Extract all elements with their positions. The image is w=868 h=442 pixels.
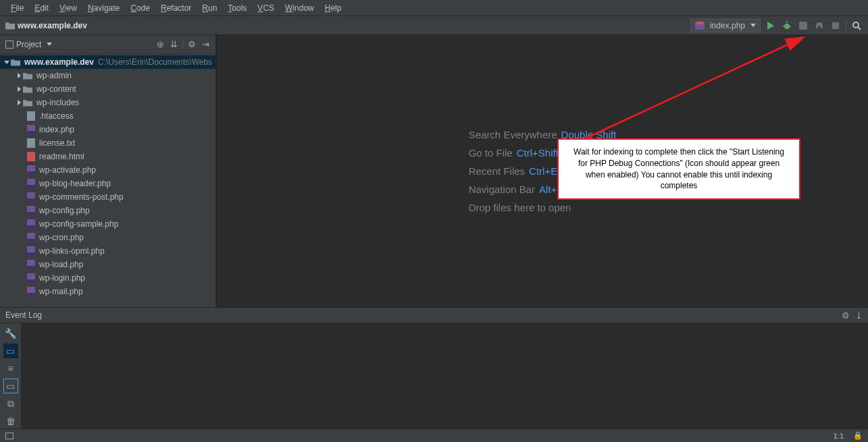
gear-icon[interactable]: ⚙ <box>842 310 850 321</box>
breadcrumb[interactable]: www.example.dev <box>5 21 87 30</box>
event-log-content[interactable] <box>22 323 868 429</box>
hide-icon[interactable]: ⇥ <box>201 40 210 49</box>
collapse-icon[interactable]: ⇊ <box>169 40 178 49</box>
tree-item-label: wp-config.php <box>39 206 90 215</box>
gear-icon[interactable]: ⚙ <box>187 40 197 49</box>
expand-icon[interactable] <box>3 61 11 64</box>
tree-item-label: wp-activate.php <box>39 165 96 175</box>
balloon-icon[interactable]: ▭ <box>3 343 18 358</box>
lock-icon[interactable]: 🔒 <box>853 431 863 440</box>
menu-view[interactable]: View <box>54 3 82 13</box>
hint-label: Go to File <box>469 147 513 159</box>
expand-icon[interactable] <box>15 73 23 78</box>
tree-file[interactable]: wp-mail.php <box>0 285 215 298</box>
file-icon <box>27 138 35 148</box>
tree-file[interactable]: wp-config-sample.php <box>0 217 215 231</box>
event-log-header: Event Log ⚙ ⤓ <box>0 307 868 323</box>
tree-file[interactable]: wp-links-opml.php <box>0 244 215 258</box>
tree-file[interactable]: wp-load.php <box>0 258 215 271</box>
menu-window[interactable]: Window <box>280 3 320 13</box>
menu-file[interactable]: File <box>5 3 29 13</box>
status-bar: 1:1 🔒 <box>0 429 868 442</box>
tree-folder[interactable]: wp-content <box>0 82 215 96</box>
hint-label: Recent Files <box>469 165 525 177</box>
tree-item-label: wp-blog-header.php <box>39 179 111 188</box>
tree-file[interactable]: wp-login.php <box>0 271 215 285</box>
tree-file[interactable]: readme.html <box>0 150 215 163</box>
settings-icon[interactable]: 🔧 <box>3 326 18 341</box>
tree-item-label: index.php <box>39 125 74 134</box>
run-button[interactable] <box>765 20 777 32</box>
debug-button[interactable] <box>781 20 793 32</box>
folder-icon <box>11 59 20 66</box>
folder-icon <box>23 86 32 93</box>
event-log-toolbar: 🔧 ▭ ≡ ▭ ⧉ 🗑 <box>0 323 22 429</box>
file-icon <box>27 165 35 175</box>
menu-edit[interactable]: Edit <box>29 3 54 13</box>
tree-item-label: wp-admin <box>36 71 72 80</box>
project-tree[interactable]: www.example.dev C:\Users\Erin\Documents\… <box>0 54 215 307</box>
search-everywhere-button[interactable] <box>850 20 863 32</box>
locate-icon[interactable]: ⊕ <box>155 40 165 49</box>
tree-file[interactable]: wp-comments-post.php <box>0 190 215 204</box>
file-icon <box>27 219 35 229</box>
tree-file[interactable]: license.txt <box>0 136 215 150</box>
coverage-button[interactable] <box>797 20 809 32</box>
svg-marker-0 <box>767 22 774 30</box>
tree-root[interactable]: www.example.dev C:\Users\Erin\Documents\… <box>0 55 215 69</box>
tree-file[interactable]: wp-config.php <box>0 204 215 217</box>
file-icon <box>27 260 35 269</box>
menu-help[interactable]: Help <box>320 3 347 13</box>
filter-icon[interactable]: ≡ <box>3 361 18 376</box>
file-icon <box>27 192 35 202</box>
menu-tools[interactable]: Tools <box>222 3 252 13</box>
tree-folder[interactable]: wp-admin <box>0 69 215 82</box>
tree-item-label: wp-comments-post.php <box>39 192 124 202</box>
copy-icon[interactable]: ⧉ <box>3 396 18 411</box>
project-panel-header: Project ⊕ ⇊ ⚙ ⇥ <box>0 35 215 54</box>
tree-file[interactable]: wp-activate.php <box>0 163 215 177</box>
expand-icon[interactable] <box>15 100 23 105</box>
tree-file[interactable]: wp-cron.php <box>0 231 215 244</box>
tree-item-label: wp-content <box>36 84 76 94</box>
trash-icon[interactable]: 🗑 <box>3 414 18 429</box>
menu-run[interactable]: Run <box>197 3 222 13</box>
expand-icon[interactable] <box>15 86 23 92</box>
tree-file[interactable]: .htaccess <box>0 109 215 123</box>
menu-refactor[interactable]: Refactor <box>155 3 197 13</box>
stop-button[interactable] <box>829 20 842 32</box>
mark-icon[interactable]: ▭ <box>3 379 18 393</box>
main-menubar: FileEditViewNavigateCodeRefactorRunTools… <box>0 0 868 16</box>
breadcrumb-project: www.example.dev <box>18 21 87 30</box>
svg-point-7 <box>853 22 859 28</box>
window-icon[interactable] <box>5 433 14 439</box>
menu-code[interactable]: Code <box>125 3 155 13</box>
chevron-down-icon <box>47 43 52 46</box>
menu-vcs[interactable]: VCS <box>252 3 280 13</box>
tree-folder[interactable]: wp-includes <box>0 96 215 109</box>
root-name: www.example.dev <box>24 57 94 67</box>
project-tool-window: Project ⊕ ⇊ ⚙ ⇥ www.example.dev C:\Users… <box>0 35 216 307</box>
tree-file[interactable]: index.php <box>0 123 215 136</box>
menu-navigate[interactable]: Navigate <box>82 3 125 13</box>
listen-debug-button[interactable] <box>813 20 825 32</box>
hide-icon[interactable]: ⤓ <box>855 310 863 321</box>
file-icon <box>27 206 35 215</box>
folder-icon <box>23 72 32 80</box>
svg-point-1 <box>784 24 790 29</box>
file-icon <box>27 246 35 256</box>
svg-rect-5 <box>799 22 807 30</box>
tree-item-label: .htaccess <box>39 111 74 121</box>
tree-file[interactable]: wp-blog-header.php <box>0 177 215 190</box>
file-icon <box>27 111 35 121</box>
tree-item-label: wp-links-opml.php <box>39 246 105 256</box>
annotation-callout: Wait for indexing to complete then click… <box>557 138 800 200</box>
caret-position[interactable]: 1:1 <box>834 432 844 440</box>
event-log-title: Event Log <box>5 310 42 320</box>
run-config-label: index.php <box>710 21 745 30</box>
tree-item-label: wp-cron.php <box>39 233 84 242</box>
hint-label: Navigation Bar <box>469 184 535 195</box>
run-config-selector[interactable]: index.php <box>690 19 761 32</box>
navigation-toolbar: www.example.dev index.php <box>0 16 868 35</box>
project-view-selector[interactable]: Project <box>5 40 52 49</box>
